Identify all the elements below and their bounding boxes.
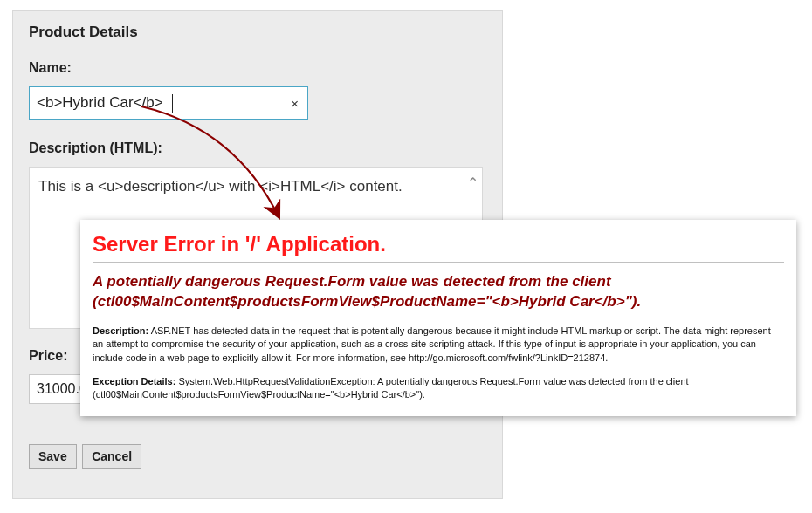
- clear-icon[interactable]: ×: [291, 96, 299, 111]
- error-description: Description: ASP.NET has detected data i…: [93, 325, 784, 365]
- cancel-button[interactable]: Cancel: [82, 444, 141, 469]
- scroll-up-icon[interactable]: ⌃: [467, 174, 478, 191]
- name-label: Name:: [29, 60, 486, 76]
- name-input[interactable]: [30, 87, 307, 119]
- panel-title: Product Details: [29, 24, 486, 41]
- description-label: Description (HTML):: [29, 140, 486, 156]
- error-description-text: ASP.NET has detected data in the request…: [93, 325, 771, 363]
- name-input-wrap[interactable]: ×: [29, 86, 308, 120]
- error-title: Server Error in '/' Application.: [93, 232, 784, 256]
- error-exception: Exception Details: System.Web.HttpReques…: [93, 375, 784, 402]
- error-subheading: A potentially dangerous Request.Form val…: [93, 272, 784, 312]
- save-button[interactable]: Save: [29, 444, 77, 469]
- button-row: Save Cancel: [29, 444, 486, 469]
- error-exception-text: System.Web.HttpRequestValidationExceptio…: [93, 376, 689, 400]
- description-text: This is a <u>description</u> with <i>HTM…: [30, 168, 482, 206]
- error-divider: [93, 262, 784, 263]
- error-description-label: Description:: [93, 325, 148, 336]
- error-exception-label: Exception Details:: [93, 376, 175, 386]
- server-error-popup: Server Error in '/' Application. A poten…: [80, 220, 796, 416]
- text-cursor: [172, 94, 173, 113]
